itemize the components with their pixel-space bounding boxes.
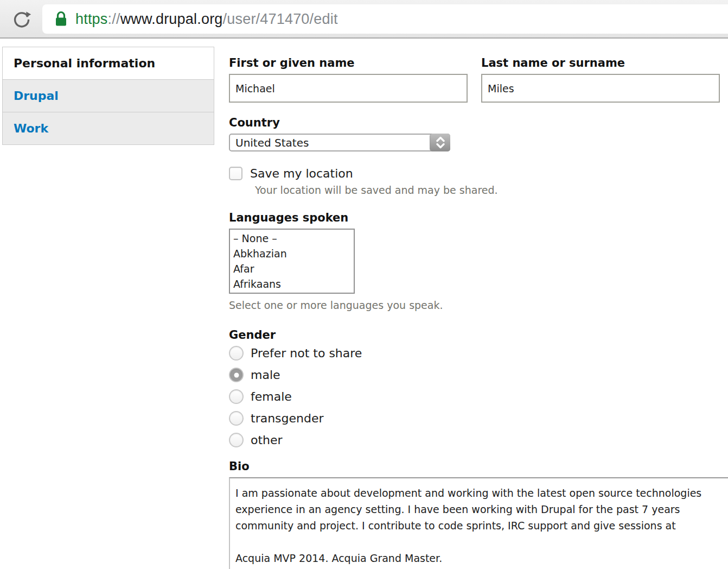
language-option-none[interactable]: – None – <box>230 231 354 246</box>
gender-field: Gender Prefer not to share male female t… <box>229 328 728 447</box>
languages-listbox[interactable]: – None – Abkhazian Afar Afrikaans <box>229 229 355 294</box>
sidebar-item-label: Drupal <box>14 89 59 103</box>
save-location-checkbox[interactable] <box>229 167 242 180</box>
url-host: www.drupal.org <box>120 11 223 27</box>
url-path: /user/471470/edit <box>223 11 338 27</box>
radio-icon-selected[interactable] <box>229 368 244 382</box>
last-name-label: Last name or surname <box>481 56 720 70</box>
languages-field: Languages spoken – None – Abkhazian Afar… <box>229 211 728 311</box>
country-field: Country United States <box>229 116 728 151</box>
last-name-field: Last name or surname <box>481 56 720 103</box>
radio-label: male <box>251 368 280 382</box>
gender-option-other[interactable]: other <box>229 433 728 447</box>
browser-toolbar: https://www.drupal.org/user/471470/edit <box>0 0 728 39</box>
reload-button[interactable] <box>11 9 33 31</box>
sidebar-item-drupal[interactable]: Drupal <box>2 79 214 112</box>
lock-icon[interactable] <box>54 10 68 28</box>
radio-icon[interactable] <box>229 389 244 404</box>
languages-description: Select one or more languages you speak. <box>229 299 728 311</box>
last-name-input[interactable] <box>481 74 720 103</box>
save-location-description: Your location will be saved and may be s… <box>255 184 728 196</box>
reload-icon <box>11 24 33 33</box>
bio-label: Bio <box>229 459 728 473</box>
bio-textarea[interactable]: I am passionate about development and wo… <box>229 477 728 569</box>
radio-icon[interactable] <box>229 411 244 426</box>
save-location-field: Save my location Your location will be s… <box>229 167 728 196</box>
bio-field: Bio I am passionate about development an… <box>229 459 728 569</box>
sidebar-item-label: Personal information <box>14 56 155 70</box>
language-option-afar[interactable]: Afar <box>230 261 354 276</box>
radio-icon[interactable] <box>229 346 244 361</box>
gender-option-female[interactable]: female <box>229 389 728 404</box>
country-label: Country <box>229 116 728 130</box>
save-location-label: Save my location <box>250 167 353 180</box>
radio-label: Prefer not to share <box>251 346 362 360</box>
first-name-input[interactable] <box>229 74 468 103</box>
url-scheme: https <box>75 11 108 27</box>
gender-option-prefer-not-to-share[interactable]: Prefer not to share <box>229 346 728 361</box>
select-stepper-icon <box>430 134 450 151</box>
first-name-field: First or given name <box>229 56 468 103</box>
country-select[interactable]: United States <box>229 134 450 151</box>
url-separator: :// <box>108 11 120 27</box>
gender-option-transgender[interactable]: transgender <box>229 411 728 426</box>
languages-label: Languages spoken <box>229 211 728 225</box>
url-text: https://www.drupal.org/user/471470/edit <box>75 11 338 28</box>
language-option-abkhazian[interactable]: Abkhazian <box>230 246 354 261</box>
sidebar-item-work[interactable]: Work <box>2 112 214 145</box>
radio-label: other <box>251 433 283 447</box>
radio-label: transgender <box>251 412 324 425</box>
language-option-afrikaans[interactable]: Afrikaans <box>230 276 354 292</box>
first-name-label: First or given name <box>229 56 468 70</box>
radio-label: female <box>251 390 292 403</box>
country-selected-value: United States <box>230 136 309 149</box>
vertical-tabs: Personal information Drupal Work <box>2 47 214 145</box>
profile-edit-page: Personal information Drupal Work First o… <box>0 39 728 568</box>
gender-option-male[interactable]: male <box>229 368 728 382</box>
gender-label: Gender <box>229 328 728 342</box>
address-bar[interactable]: https://www.drupal.org/user/471470/edit <box>42 4 728 34</box>
personal-information-form: First or given name Last name or surname… <box>229 39 728 569</box>
radio-icon[interactable] <box>229 433 244 447</box>
sidebar-item-personal-information[interactable]: Personal information <box>2 47 214 80</box>
sidebar-item-label: Work <box>14 122 48 135</box>
